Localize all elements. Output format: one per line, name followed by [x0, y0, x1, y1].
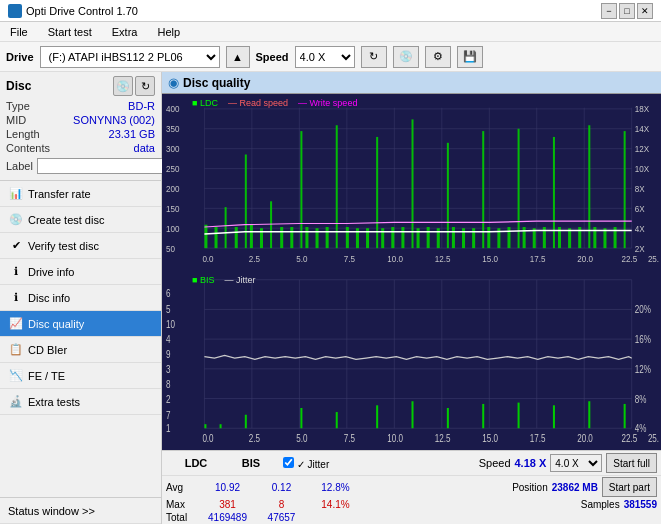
- max-label: Max: [166, 499, 196, 510]
- svg-text:18X: 18X: [635, 104, 650, 115]
- disc-title: Disc: [6, 79, 31, 93]
- svg-rect-33: [336, 125, 338, 248]
- max-bis: 8: [259, 499, 304, 510]
- svg-text:5.0: 5.0: [296, 431, 307, 443]
- jitter-checkbox-label: ✓ Jitter: [276, 457, 336, 470]
- drive-info-icon: ℹ: [8, 264, 24, 280]
- start-full-button[interactable]: Start full: [606, 453, 657, 473]
- jitter-checkbox[interactable]: [283, 457, 294, 468]
- bottom-chart-legend: ■ BIS — Jitter: [192, 275, 255, 285]
- speed-select-stats[interactable]: 4.0 X: [550, 454, 602, 472]
- svg-rect-40: [401, 227, 404, 248]
- svg-rect-122: [624, 403, 626, 427]
- svg-text:0.0: 0.0: [202, 431, 213, 443]
- title-bar: Opti Drive Control 1.70 − □ ✕: [0, 0, 661, 22]
- sidebar-item-verify-test-disc[interactable]: ✔ Verify test disc: [0, 233, 161, 259]
- verify-test-icon: ✔: [8, 238, 24, 254]
- menu-file[interactable]: File: [4, 23, 34, 41]
- speed-value-stats: 4.18 X: [515, 457, 547, 469]
- drive-select[interactable]: (F:) ATAPI iHBS112 2 PL06: [40, 46, 220, 68]
- refresh-button[interactable]: ↻: [361, 46, 387, 68]
- avg-bis: 0.12: [259, 482, 304, 493]
- svg-text:100: 100: [166, 223, 180, 234]
- svg-text:7: 7: [166, 408, 170, 420]
- avg-ldc: 10.92: [200, 482, 255, 493]
- svg-text:22.5: 22.5: [622, 431, 638, 443]
- speed-label-stats: Speed: [479, 457, 511, 469]
- svg-text:17.5: 17.5: [530, 254, 546, 265]
- sidebar-item-extra-tests[interactable]: 🔬 Extra tests: [0, 389, 161, 415]
- label-input[interactable]: [37, 158, 170, 174]
- sidebar-item-create-test-disc[interactable]: 💿 Create test disc: [0, 207, 161, 233]
- status-window-button[interactable]: Status window >>: [0, 498, 161, 524]
- svg-rect-114: [336, 412, 338, 428]
- disc-info-icon: ℹ: [8, 290, 24, 306]
- sidebar-item-fe-te[interactable]: 📉 FE / TE: [0, 363, 161, 389]
- svg-text:6: 6: [166, 287, 170, 299]
- sidebar-item-drive-info[interactable]: ℹ Drive info: [0, 259, 161, 285]
- disc-icon-button[interactable]: 💿: [393, 46, 419, 68]
- menu-help[interactable]: Help: [151, 23, 186, 41]
- minimize-button[interactable]: −: [601, 3, 617, 19]
- chart-header-icon: ◉: [168, 75, 179, 90]
- eject-button[interactable]: ▲: [226, 46, 250, 68]
- svg-rect-23: [245, 155, 247, 249]
- avg-label: Avg: [166, 482, 196, 493]
- disc-icon-btn[interactable]: 💿: [113, 76, 133, 96]
- total-label: Total: [166, 512, 196, 523]
- total-ldc: 4169489: [200, 512, 255, 523]
- svg-text:5.0: 5.0: [296, 254, 307, 265]
- mid-value: SONYNN3 (002): [73, 114, 155, 126]
- menu-extra[interactable]: Extra: [106, 23, 144, 41]
- svg-rect-49: [482, 131, 484, 248]
- svg-text:25.0 GB: 25.0 GB: [648, 431, 659, 443]
- svg-text:4X: 4X: [635, 223, 645, 234]
- svg-text:5: 5: [166, 303, 170, 315]
- svg-rect-110: [204, 424, 206, 428]
- maximize-button[interactable]: □: [619, 3, 635, 19]
- speed-select[interactable]: 4.0 X: [295, 46, 355, 68]
- svg-text:50: 50: [166, 243, 175, 254]
- svg-rect-121: [588, 401, 590, 428]
- menu-start-test[interactable]: Start test: [42, 23, 98, 41]
- close-button[interactable]: ✕: [637, 3, 653, 19]
- svg-text:6X: 6X: [635, 203, 645, 214]
- svg-rect-52: [507, 227, 510, 248]
- sidebar-item-cd-bier[interactable]: 📋 CD BIer: [0, 337, 161, 363]
- svg-text:22.5: 22.5: [622, 254, 638, 265]
- sidebar-item-disc-info[interactable]: ℹ Disc info: [0, 285, 161, 311]
- drive-label: Drive: [6, 51, 34, 63]
- svg-text:300: 300: [166, 144, 180, 155]
- svg-text:7.5: 7.5: [344, 254, 355, 265]
- svg-rect-41: [412, 119, 414, 248]
- svg-rect-116: [412, 401, 414, 428]
- content-area: ◉ Disc quality ■ LDC — Read speed — Writ…: [162, 72, 661, 524]
- svg-text:4: 4: [166, 333, 171, 345]
- svg-text:12.5: 12.5: [435, 431, 451, 443]
- disc-refresh-btn[interactable]: ↻: [135, 76, 155, 96]
- disc-section: Disc 💿 ↻ Type BD-R MID SONYNN3 (002) Len…: [0, 72, 161, 181]
- sidebar: Disc 💿 ↻ Type BD-R MID SONYNN3 (002) Len…: [0, 72, 162, 524]
- chart-header: ◉ Disc quality: [162, 72, 661, 94]
- svg-text:150: 150: [166, 203, 180, 214]
- svg-text:3: 3: [166, 362, 170, 374]
- sidebar-item-transfer-rate[interactable]: 📊 Transfer rate: [0, 181, 161, 207]
- chart-title: Disc quality: [183, 76, 250, 90]
- samples-label: Samples: [581, 499, 620, 510]
- svg-text:14X: 14X: [635, 124, 650, 135]
- save-icon-button[interactable]: 💾: [457, 46, 483, 68]
- svg-rect-29: [300, 131, 302, 248]
- svg-rect-43: [427, 227, 430, 248]
- ldc-legend: ■ LDC: [192, 98, 218, 108]
- start-part-button[interactable]: Start part: [602, 477, 657, 497]
- svg-text:2.5: 2.5: [249, 254, 260, 265]
- settings-icon-button[interactable]: ⚙: [425, 46, 451, 68]
- svg-text:12X: 12X: [635, 144, 650, 155]
- max-jitter: 14.1%: [308, 499, 363, 510]
- svg-text:7.5: 7.5: [344, 431, 355, 443]
- svg-rect-118: [482, 403, 484, 427]
- svg-rect-53: [518, 129, 520, 248]
- svg-rect-24: [250, 225, 253, 248]
- max-row: Max 381 8 14.1% Samples 381559: [162, 498, 661, 511]
- sidebar-item-disc-quality[interactable]: 📈 Disc quality: [0, 311, 161, 337]
